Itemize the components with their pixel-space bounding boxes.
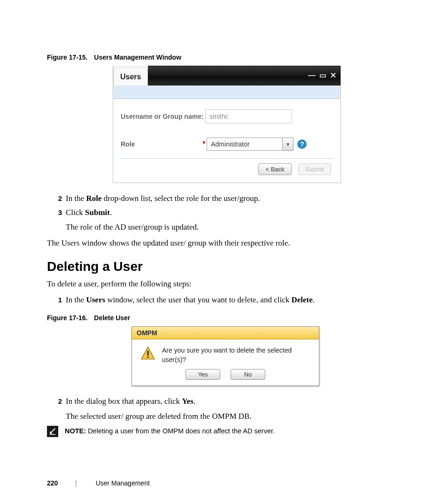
users-management-window: Users — ▭ ✕ Username or Group name: smit… (113, 66, 341, 183)
help-icon[interactable]: ? (297, 139, 307, 149)
body-paragraph: The Users window shows the updated user/… (47, 237, 401, 249)
required-asterisk: * (202, 140, 205, 148)
step-1: 1 In the Users window, select the user t… (47, 294, 401, 306)
button-row: < Back Submit (121, 158, 333, 178)
step-number: 2 (47, 395, 66, 422)
step-subtext: The selected user/ group are deleted fro… (66, 410, 401, 423)
figure-title: Delete User (94, 314, 130, 322)
warning-icon (139, 346, 155, 360)
figure-label: Figure 17-16. (47, 314, 87, 322)
note-icon (47, 426, 58, 437)
steps-group-c: 2 In the dialog box that appears, click … (47, 395, 401, 422)
window-titlebar: Users — ▭ ✕ (113, 66, 340, 85)
note-block: NOTE: Deleting a user from the OMPM does… (47, 426, 401, 437)
section-heading: Deleting a User (47, 259, 401, 274)
figure-caption-2: Figure 17-16. Delete User (47, 314, 401, 322)
step-text: In the dialog box that appears, click Ye… (66, 395, 401, 422)
role-select-value: Administrator (207, 138, 282, 150)
step-text: In the Role drop-down list, select the r… (66, 192, 401, 205)
username-row: Username or Group name: smithc (121, 109, 333, 123)
form-body: Username or Group name: smithc Role * Ad… (113, 99, 340, 183)
dialog-body: Are you sure you want to delete the sele… (132, 339, 319, 367)
note-text: NOTE: Deleting a user from the OMPM does… (65, 426, 275, 435)
window-title-tab: Users (113, 68, 148, 85)
role-label: Role (121, 140, 202, 148)
page-number: 220 (47, 479, 75, 487)
role-select-wrap: Administrator ▼ ? (207, 138, 307, 151)
toolbar-strip (113, 85, 340, 99)
yes-button[interactable]: Yes (185, 369, 220, 380)
dialog-message: Are you sure you want to delete the sele… (162, 346, 311, 364)
document-page: Figure 17-15. Users Management Window Us… (0, 0, 448, 500)
figure-caption-1: Figure 17-15. Users Management Window (47, 54, 401, 61)
steps-group-a: 2 In the Role drop-down list, select the… (47, 192, 401, 233)
dialog-buttons: Yes No (132, 367, 319, 385)
close-icon[interactable]: ✕ (330, 72, 336, 79)
chevron-down-icon: ▼ (282, 138, 293, 150)
maximize-icon[interactable]: ▭ (319, 72, 326, 79)
step-number: 2 (47, 192, 66, 205)
step-2: 2 In the Role drop-down list, select the… (47, 192, 401, 205)
section-intro: To delete a user, perform the following … (47, 278, 401, 290)
submit-button[interactable]: Submit (298, 163, 331, 175)
footer-divider: | (75, 479, 77, 487)
role-select[interactable]: Administrator ▼ (207, 138, 294, 151)
figure-label: Figure 17-15. (47, 54, 87, 61)
figure-title: Users Management Window (94, 54, 181, 61)
svg-rect-2 (147, 356, 149, 358)
window-controls: — ▭ ✕ (148, 66, 340, 85)
step-number: 3 (47, 207, 66, 233)
steps-group-b: 1 In the Users window, select the user t… (47, 294, 401, 306)
svg-rect-1 (147, 351, 149, 355)
minimize-icon[interactable]: — (308, 72, 316, 79)
page-footer: 220 | User Management (47, 479, 401, 487)
step-text: Click Submit. The role of the AD user/gr… (66, 207, 401, 233)
role-row: Role * Administrator ▼ ? (121, 138, 333, 151)
note-label: NOTE: (65, 427, 86, 435)
step-2b: 2 In the dialog box that appears, click … (47, 395, 401, 422)
no-button[interactable]: No (231, 369, 265, 380)
step-number: 1 (47, 294, 66, 306)
back-button[interactable]: < Back (258, 163, 291, 175)
step-text: In the Users window, select the user tha… (66, 294, 401, 306)
step-subtext: The role of the AD user/group is updated… (66, 221, 401, 233)
dialog-title: OMPM (132, 327, 319, 339)
footer-section: User Management (96, 479, 150, 487)
step-3: 3 Click Submit. The role of the AD user/… (47, 207, 401, 233)
username-label: Username or Group name: (121, 113, 205, 120)
delete-confirm-dialog: OMPM Are you sure you want to delete the… (131, 326, 319, 386)
username-input[interactable]: smithc (205, 109, 292, 123)
